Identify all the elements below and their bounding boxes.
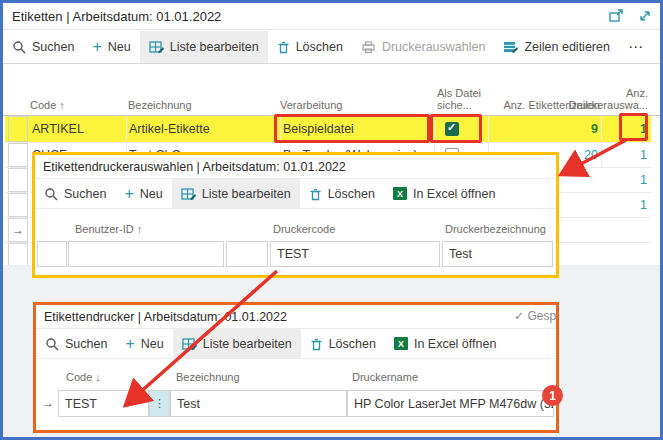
row-select-cell[interactable]: → [8,218,28,242]
row-select-cell[interactable] [8,193,28,217]
search-button[interactable]: Suchen [3,31,83,63]
cell-extra[interactable] [226,241,268,267]
search-label: Suchen [65,337,107,351]
delete-label: Löschen [328,187,375,201]
col-verarbeitung[interactable]: Verarbeitung [280,99,342,111]
search-icon [12,40,26,54]
edit-list-icon [149,40,164,54]
plus-icon: + [124,186,133,202]
row-select-cell[interactable] [8,143,28,167]
cell-code[interactable]: TEST [58,390,149,417]
excel-icon: X [393,187,407,200]
cell-druckername[interactable]: HP Color LaserJet MFP M476dw (3290B9) [347,390,554,417]
row-select-cell[interactable] [37,241,67,267]
cell-anz-etikettenzeilen[interactable]: 9 [489,116,602,142]
filter-button[interactable] [653,31,663,63]
etikettendruckerauswahlen-title: Etikettendruckerauswahlen | Arbeitsdatum… [43,158,346,176]
more-options-button[interactable]: ⋯ [619,31,653,63]
edit-rows-icon [503,40,518,54]
search-label: Suchen [32,40,74,54]
delete-button[interactable]: Löschen [300,179,384,208]
new-button[interactable]: + Neu [116,329,172,358]
edit-list-icon [182,337,197,351]
edit-list-label: Liste bearbeiten [202,187,291,201]
excel-icon: X [394,337,408,350]
trash-icon [309,187,322,201]
plus-icon: + [125,336,134,352]
col-druckercode[interactable]: Druckercode [273,223,335,235]
cell-druckerbezeichnung[interactable]: Test [442,241,553,267]
cell-anz-druckerauswahlen[interactable]: 1 [602,168,650,192]
delete-button[interactable]: Löschen [301,329,385,358]
cell-benutzer-id[interactable] [68,241,224,267]
search-button[interactable]: Suchen [36,329,116,358]
new-label: Neu [108,40,131,54]
printer-selections-label: Druckerauswahlen [382,40,486,54]
etiketten-titlebar: Etiketten | Arbeitsdatum: 01.01.2022 [3,3,660,30]
col-als-datei[interactable]: Als Datei siche... [437,87,483,111]
trash-icon [277,40,290,54]
cell-bezeichnung[interactable]: Test [170,390,347,417]
cell-anz-druckerauswahlen[interactable]: 1 [602,116,650,142]
cell-als-datei[interactable] [435,116,489,142]
edit-rows-label: Zeilen editieren [524,40,609,54]
open-in-excel-button[interactable]: X In Excel öffnen [385,329,505,358]
cell-anz-druckerauswahlen[interactable]: 1 [602,193,650,217]
row-select-cell[interactable] [8,116,28,142]
edit-rows-button[interactable]: Zeilen editieren [494,31,618,63]
edit-list-icon [181,187,196,201]
annotation-badge: 1 [542,385,563,406]
col-anz-druckerauswahlen[interactable]: Anz. Druckerauswa... [563,87,648,111]
more-icon: ⋯ [628,38,644,56]
new-label: Neu [141,337,164,351]
search-label: Suchen [64,187,106,201]
row-select-cell[interactable] [8,243,28,267]
col-benutzer-id[interactable]: Benutzer-ID ↑ [75,223,142,235]
col-bezeichnung[interactable]: Bezeichnung [128,99,192,111]
cell-bezeichnung[interactable]: Artikel-Etikette [127,116,281,142]
col-code[interactable]: Code ↑ [30,99,65,111]
etikettendrucker-title: Etikettendrucker | Arbeitsdatum: 01.01.2… [44,308,287,326]
row-select-cell[interactable] [8,168,28,192]
trash-icon [310,337,323,351]
open-in-excel-button[interactable]: X In Excel öffnen [384,179,504,208]
current-row-indicator-icon: → [42,396,54,410]
search-icon [44,187,58,201]
col-druckername[interactable]: Druckername [352,371,418,383]
window-etikettendruckerauswahlen: Etikettendruckerauswahlen | Arbeitsdatum… [32,152,559,278]
edit-list-label: Liste bearbeiten [203,337,292,351]
cell-anz-druckerauswahlen[interactable]: 1 [602,143,650,167]
row-menu-button[interactable]: ⋮ [149,390,170,417]
printer-icon [361,40,376,54]
col-bezeichnung[interactable]: Bezeichnung [176,371,240,383]
delete-label: Löschen [329,337,376,351]
edit-list-button[interactable]: Liste bearbeiten [172,179,300,208]
table-row[interactable]: ARTIKEL Artikel-Etikette Beispieldatei 9… [5,116,651,143]
plus-icon: + [92,39,101,55]
edit-list-button[interactable]: Liste bearbeiten [173,329,301,358]
expand-icon[interactable] [638,9,652,23]
col-code[interactable]: Code ↓ [66,371,101,383]
drucker-toolbar: Suchen + Neu Liste bearbeiten [36,328,556,359]
delete-label: Löschen [296,40,343,54]
search-icon [45,337,59,351]
open-in-new-window-icon[interactable] [609,9,624,23]
screenshot-stage: Etiketten | Arbeitsdatum: 01.01.2022 Suc… [0,0,663,440]
delete-button[interactable]: Löschen [268,31,352,63]
etiketten-toolbar: Suchen + Neu Liste bearbeiten [3,31,660,64]
new-button[interactable]: + Neu [83,31,139,63]
cell-code[interactable]: ARTIKEL [30,116,127,142]
cell-druckercode[interactable]: TEST [270,241,440,267]
new-label: Neu [140,187,163,201]
current-row-indicator-icon: → [12,223,24,237]
new-button[interactable]: + Neu [115,179,171,208]
cell-verarbeitung[interactable]: Beispieldatei [281,116,435,142]
edit-list-button[interactable]: Liste bearbeiten [140,31,268,63]
printer-selections-button[interactable]: Druckerauswahlen [352,31,495,63]
open-in-excel-label: In Excel öffnen [414,337,496,351]
saved-status: ✓ Gespe [514,309,559,323]
search-button[interactable]: Suchen [35,179,115,208]
checkbox-checked-icon[interactable] [445,122,459,136]
page-title: Etiketten | Arbeitsdatum: 01.01.2022 [12,9,221,24]
col-druckerbezeichnung[interactable]: Druckerbezeichnung [445,223,546,235]
